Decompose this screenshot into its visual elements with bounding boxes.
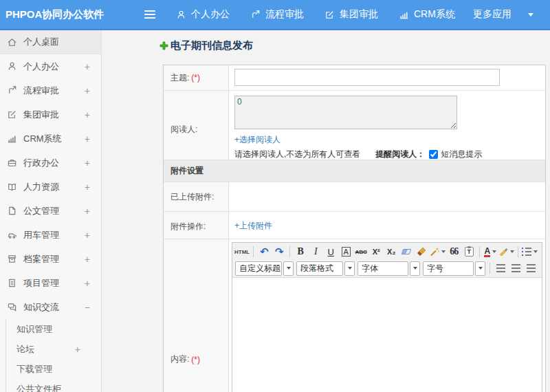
sidebar-item-group-approval[interactable]: 集团审批 + bbox=[0, 102, 101, 127]
highlight-color-button[interactable] bbox=[498, 245, 514, 259]
expand-toggle[interactable]: + bbox=[85, 278, 101, 289]
align-left-icon bbox=[496, 264, 505, 272]
attachment-action-cell: +上传附件 bbox=[229, 212, 545, 239]
flow-arrow-icon bbox=[7, 85, 17, 96]
readers-hint-line: 请选择阅读人,不选为所有人可查看 提醒阅读人： 短消息提示 bbox=[234, 149, 540, 160]
briefcase-icon bbox=[7, 157, 17, 168]
subscript-button[interactable]: X₂ bbox=[384, 245, 398, 259]
align-left-button[interactable] bbox=[494, 261, 507, 275]
font-family-dropdown[interactable]: 字体 bbox=[358, 261, 420, 276]
sidebar-item-workflow-approval[interactable]: 流程审批 + bbox=[0, 78, 101, 102]
font-color-button[interactable]: A bbox=[483, 245, 497, 259]
subject-input[interactable] bbox=[234, 69, 500, 86]
sidebar-item-knowledge-exchange[interactable]: 知识交流 − bbox=[0, 295, 101, 319]
font-size-dropdown[interactable]: 字号 bbox=[423, 261, 485, 276]
caret-down-icon[interactable] bbox=[344, 261, 355, 276]
sidebar-subitem-label: 知识管理 bbox=[16, 323, 52, 336]
topnav-label: 集团审批 bbox=[340, 8, 378, 21]
sidebar-item-human-resources[interactable]: 人力资源 + bbox=[0, 175, 101, 199]
topnav-label: 流程审批 bbox=[265, 8, 304, 21]
auto-typeset-button[interactable] bbox=[430, 245, 446, 259]
readers-field-cell: 0 +选择阅读人 请选择阅读人,不选为所有人可查看 提醒阅读人： 短消息提示 bbox=[229, 91, 545, 160]
blockquote-button[interactable]: 66 bbox=[447, 245, 461, 259]
clipboard-icon: T bbox=[465, 247, 474, 257]
justify-button[interactable] bbox=[539, 261, 540, 275]
topnav-group-approval[interactable]: 集团审批 bbox=[324, 8, 378, 21]
underline-button[interactable]: U bbox=[324, 245, 338, 259]
topnav-more-apps[interactable]: 更多应用 bbox=[473, 8, 512, 21]
expand-toggle[interactable]: + bbox=[85, 61, 101, 72]
select-readers-link[interactable]: +选择阅读人 bbox=[234, 134, 280, 146]
remove-format-button[interactable] bbox=[399, 245, 413, 259]
content-label: 内容:(*) bbox=[164, 239, 229, 392]
align-right-icon bbox=[527, 264, 536, 272]
char-border-button[interactable]: A bbox=[339, 245, 353, 259]
dropdown-value: 字体 bbox=[358, 261, 408, 276]
sidebar-item-crm-system[interactable]: CRM系统 + bbox=[0, 127, 101, 151]
label-text: 已上传附件: bbox=[170, 192, 214, 202]
bold-button[interactable]: B bbox=[294, 245, 307, 259]
paragraph-format-dropdown[interactable]: 段落格式 bbox=[296, 261, 355, 276]
label-text: 主题: bbox=[170, 73, 189, 83]
caret-down-icon[interactable] bbox=[528, 13, 534, 19]
collapse-toggle[interactable]: − bbox=[85, 302, 101, 313]
superscript-button[interactable]: X² bbox=[369, 245, 383, 259]
expand-toggle[interactable]: + bbox=[85, 254, 101, 265]
expand-toggle[interactable]: + bbox=[85, 109, 101, 120]
sidebar-subitem-forum[interactable]: 论坛 + bbox=[6, 339, 101, 359]
dropdown-value: 字号 bbox=[423, 261, 474, 276]
sidebar-item-personal-office[interactable]: 个人办公 + bbox=[0, 54, 101, 78]
caret-down-icon[interactable] bbox=[283, 261, 294, 276]
topnav-workflow-approval[interactable]: 流程审批 bbox=[250, 8, 304, 21]
sidebar-item-vehicle-mgmt[interactable]: 用车管理 + bbox=[0, 223, 101, 247]
sidebar-item-personal-desktop[interactable]: 个人桌面 bbox=[0, 30, 101, 54]
undo-button[interactable]: ↶ bbox=[257, 245, 271, 259]
book-icon bbox=[7, 182, 17, 192]
attachment-section-header: 附件设置 bbox=[164, 160, 545, 182]
paste-plain-button[interactable]: T bbox=[462, 245, 476, 259]
strikethrough-button[interactable]: ABC bbox=[354, 245, 368, 259]
topnav-personal-office[interactable]: 个人办公 bbox=[176, 8, 230, 21]
custom-heading-dropdown[interactable]: 自定义标题 bbox=[235, 261, 294, 276]
sidebar-item-label: 个人桌面 bbox=[23, 36, 59, 48]
sidebar-item-admin-office[interactable]: 行政办公 + bbox=[0, 151, 101, 175]
form-row-content: 内容:(*) HTML ↶ ↷ B I U A bbox=[164, 239, 545, 392]
dropdown-value: 自定义标题 bbox=[235, 261, 282, 276]
readers-textarea[interactable]: 0 bbox=[234, 96, 457, 129]
menu-toggle-icon[interactable] bbox=[144, 10, 155, 19]
expand-toggle[interactable]: + bbox=[85, 206, 101, 217]
content-editor-cell: HTML ↶ ↷ B I U A ABC X² X₂ bbox=[229, 239, 545, 392]
sidebar-item-document-mgmt[interactable]: 公文管理 + bbox=[0, 199, 101, 223]
expand-toggle[interactable]: + bbox=[85, 85, 101, 96]
unordered-list-button[interactable] bbox=[539, 245, 540, 259]
editor-content-area[interactable] bbox=[232, 278, 542, 392]
app-logo[interactable]: PHPOA协同办公软件 bbox=[0, 8, 135, 21]
sidebar-item-archive-mgmt[interactable]: 档案管理 + bbox=[0, 247, 101, 271]
sidebar-item-label: 用车管理 bbox=[23, 229, 59, 241]
ordered-list-button[interactable] bbox=[522, 245, 538, 259]
caret-down-icon[interactable] bbox=[410, 261, 420, 276]
align-center-button[interactable] bbox=[509, 261, 522, 275]
caret-down-icon[interactable] bbox=[475, 261, 485, 276]
expand-toggle[interactable]: + bbox=[85, 157, 101, 168]
upload-attachment-link[interactable]: +上传附件 bbox=[234, 220, 272, 232]
expand-toggle[interactable]: + bbox=[85, 182, 101, 193]
toolbar-separator bbox=[253, 246, 254, 257]
attachment-action-label: 附件操作: bbox=[164, 212, 229, 239]
align-right-button[interactable] bbox=[524, 261, 538, 275]
sidebar-subitem-download-mgmt[interactable]: 下载管理 bbox=[6, 359, 101, 379]
source-code-button[interactable]: HTML bbox=[234, 245, 250, 259]
expand-toggle[interactable]: + bbox=[75, 344, 101, 355]
sidebar-item-project-mgmt[interactable]: 项目管理 + bbox=[0, 271, 101, 295]
expand-toggle[interactable]: + bbox=[85, 230, 101, 241]
sidebar-subitem-public-cabinet[interactable]: 公共文件柜 bbox=[6, 379, 101, 392]
expand-toggle[interactable]: + bbox=[85, 133, 101, 144]
redo-button[interactable]: ↷ bbox=[272, 245, 286, 259]
sms-notify-checkbox[interactable] bbox=[429, 150, 438, 159]
sidebar-subitem-knowledge-mgmt[interactable]: 知识管理 bbox=[6, 319, 101, 339]
chat-bubbles-icon bbox=[7, 302, 17, 312]
sidebar-item-label: CRM系统 bbox=[23, 133, 62, 145]
italic-button[interactable]: I bbox=[309, 245, 322, 259]
topnav-crm-system[interactable]: CRM系统 bbox=[399, 8, 455, 21]
format-painter-button[interactable] bbox=[415, 245, 428, 259]
